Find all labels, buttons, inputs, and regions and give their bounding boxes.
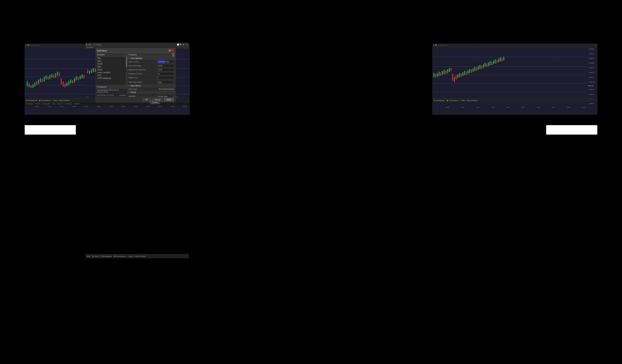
svg-text:12:30: 12:30 [183,106,187,107]
price-first-hline-input[interactable] [157,64,174,67]
indicator-list[interactable]: ADL ADX ADXR APZ Aroon Aroon oscillator … [96,57,127,85]
configured-item-horizontal-lines[interactable]: HorizontalLines:(BTCUSD (5 Minute),-5000… [96,89,127,93]
available-label: Available [97,54,105,56]
distance-row: Distance from the First... [127,68,175,72]
svg-rect-137 [493,60,494,64]
indicator-adl[interactable]: ADL [96,57,127,60]
setup-section-header[interactable]: ▼ Setup [127,91,175,94]
line-options-label: Line Options [131,57,142,59]
svg-rect-51 [74,78,75,82]
dialog-body: Available i ADL ADX ADXR APZ Aroon Aroon… [96,53,175,97]
svg-rect-104 [439,72,440,76]
calculate-label: Calculate [128,95,157,97]
tools-menu[interactable]: 🔧 Tools [92,255,98,257]
svg-rect-126 [474,67,475,71]
indicator-atr-trailing[interactable]: ATRTrailingStop [96,77,127,80]
svg-rect-30 [36,81,37,85]
available-header: Available i [96,53,127,57]
svg-text:21360.00: 21360.00 [589,89,594,90]
indicator-adx[interactable]: ADX [96,60,127,63]
close-button[interactable]: ✕ [172,49,174,52]
apply-button[interactable]: Apply [164,98,174,101]
svg-rect-109 [447,69,448,73]
svg-rect-34 [44,77,45,81]
calculate-select-wrapper: On bar close On each tick [157,94,174,97]
toolbar-icon-cross[interactable]: ✖ [183,44,184,46]
buy-platform-btn[interactable]: $ Buy Platform [135,255,146,257]
up-link[interactable]: up [107,94,109,96]
svg-rect-125 [473,68,474,72]
svg-rect-46 [65,83,66,88]
svg-text:14:00: 14:00 [567,107,570,108]
properties-panel: Properties ▲ ▼ ▼ Line Options Color HLin… [127,53,175,97]
svg-rect-110 [449,68,450,72]
toolbar-icon-arrow[interactable]: ↗ [185,44,186,46]
configured-header: Configured [96,85,127,89]
toolbar-icon-zoom[interactable]: 🔍 [180,44,182,46]
setup-toggle: ▼ [128,91,130,93]
svg-rect-179 [87,70,88,73]
svg-text:07:00: 07:00 [175,96,179,98]
setup-label: Setup [131,91,136,93]
properties-header: Properties ▲ ▼ [127,53,175,57]
svg-rect-123 [469,69,470,73]
color-hlines-swatch[interactable]: Blue ▾ [157,60,174,63]
svg-rect-117 [459,73,460,77]
svg-rect-119 [463,72,464,76]
svg-rect-55 [81,74,82,78]
number-hlines-input[interactable] [157,72,174,75]
svg-text:21380.00: 21380.00 [589,81,594,83]
svg-text:21368.65: 21368.65 [588,85,593,86]
svg-text:21480.00: 21480.00 [589,58,594,59]
cancel-popup[interactable]: Cancel [150,100,160,104]
color-hlines-row: Color HLines Blue ▾ [127,60,175,64]
indicators-title: Indicators [97,50,107,52]
help-menu[interactable]: ? Help [128,255,133,257]
svg-rect-39 [53,75,54,78]
svg-rect-138 [495,59,496,63]
svg-text:14:30: 14:30 [582,107,585,108]
properties-content[interactable]: ▼ Line Options Color HLines Blue ▾ Price… [127,57,175,97]
workspaces-menu[interactable]: ☰ Workspaces [100,255,112,257]
svg-rect-181 [91,69,92,73]
width-hline-input[interactable] [157,76,174,79]
main-toolbar[interactable]: ▶ 5min 10,21500,2 📊 🔍 ✖ ↗ ≡ [85,43,189,47]
indicator-aroon[interactable]: Aroon [96,68,127,71]
svg-rect-124 [471,69,472,73]
info-icon[interactable]: i [126,54,126,56]
svg-text:21460.00: 21460.00 [589,62,594,64]
svg-rect-122 [468,70,468,74]
scroll-down-btn[interactable]: ▼ [172,55,175,57]
scroll-up-btn[interactable]: ▲ [172,53,175,55]
calculate-select[interactable]: On bar close On each tick [157,95,174,97]
connections-menu[interactable]: ⚡ Connections [114,255,126,257]
svg-text:12:00: 12:00 [506,107,510,108]
svg-rect-37 [50,75,50,79]
view-menu[interactable]: View [86,255,90,257]
down-link[interactable]: down [110,94,114,96]
svg-text:21300.00: 21300.00 [589,103,594,104]
maximize-button[interactable]: 🗖 [168,49,171,52]
indicator-aroon-osc[interactable]: Aroon oscillator [96,71,127,74]
distance-input[interactable] [157,68,174,71]
indicator-apz[interactable]: APZ [96,65,127,68]
svg-rect-26 [29,83,30,87]
svg-text:11:00: 11:00 [146,106,150,107]
dash-style-select[interactable]: Dash Solid Dot [157,81,174,84]
dialog-controls: 🗖 ✕ [168,49,174,52]
svg-text:13:00: 13:00 [537,107,540,108]
svg-text:11:30: 11:30 [491,107,495,108]
template-link[interactable]: template [119,94,126,96]
line-options-section-header[interactable]: ▼ Line Options [127,57,175,60]
svg-text:06:30: 06:30 [35,106,39,107]
indicator-atr[interactable]: ATR [96,74,127,77]
toolbar-icon-grid[interactable]: ≡ [187,44,188,46]
toolbar-icon-chart[interactable]: 📊 [177,44,179,46]
svg-rect-141 [500,57,501,62]
svg-rect-136 [491,62,492,65]
remove-link[interactable]: remove [101,94,106,96]
data-series-section-header[interactable]: ▼ Data Series [127,84,175,87]
indicator-adxr[interactable]: ADXR [96,63,127,65]
svg-rect-111 [450,68,451,71]
add-link[interactable]: add [97,94,100,96]
